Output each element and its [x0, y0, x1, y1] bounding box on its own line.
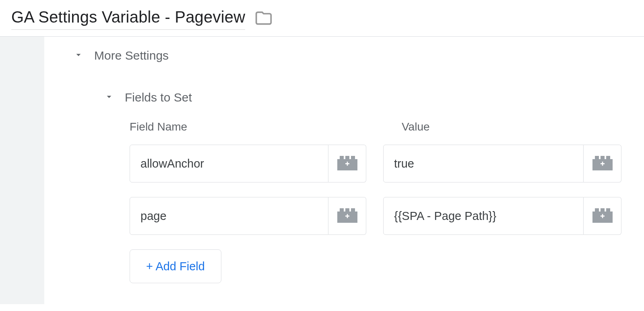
- column-field-name: Field Name: [130, 120, 402, 133]
- content-panel: More Settings Fields to Set Field Name V…: [44, 37, 644, 304]
- more-settings-header[interactable]: More Settings: [73, 49, 644, 62]
- variable-brick-icon: [592, 156, 613, 172]
- chevron-down-icon: [104, 91, 114, 104]
- svg-rect-13: [345, 208, 349, 211]
- svg-rect-23: [602, 214, 603, 218]
- svg-rect-20: [606, 208, 610, 211]
- field-value-input[interactable]: [383, 145, 584, 182]
- title-bar: GA Settings Variable - Pageview: [0, 0, 644, 36]
- field-row: [130, 145, 644, 182]
- variable-brick-icon: [337, 208, 357, 224]
- field-value-input[interactable]: [383, 197, 584, 235]
- page-title[interactable]: GA Settings Variable - Pageview: [11, 8, 245, 30]
- svg-rect-8: [606, 156, 610, 159]
- field-name-input[interactable]: [130, 145, 328, 182]
- field-rows: [130, 145, 644, 235]
- field-name-group: [130, 145, 366, 182]
- content-layout: More Settings Fields to Set Field Name V…: [0, 37, 644, 304]
- svg-rect-7: [601, 156, 605, 159]
- insert-variable-button[interactable]: [584, 145, 621, 182]
- svg-rect-0: [340, 156, 344, 159]
- more-settings-label: More Settings: [94, 49, 169, 62]
- field-name-group: [130, 197, 366, 235]
- fields-column-headers: Field Name Value: [130, 120, 644, 133]
- svg-rect-11: [602, 162, 603, 166]
- field-row: [130, 197, 644, 235]
- fields-to-set-header[interactable]: Fields to Set: [104, 91, 644, 104]
- svg-rect-19: [601, 208, 605, 211]
- folder-icon[interactable]: [255, 9, 272, 29]
- chevron-down-icon: [73, 50, 84, 62]
- variable-brick-icon: [337, 156, 357, 172]
- left-rail: [0, 37, 44, 304]
- svg-rect-14: [351, 208, 355, 211]
- add-field-button[interactable]: + Add Field: [130, 249, 221, 283]
- svg-rect-5: [347, 162, 348, 166]
- column-value: Value: [402, 120, 563, 133]
- svg-rect-12: [340, 208, 344, 211]
- field-name-input[interactable]: [130, 197, 328, 235]
- svg-rect-17: [347, 214, 348, 218]
- insert-variable-button[interactable]: [328, 197, 366, 235]
- svg-rect-6: [595, 156, 599, 159]
- fields-to-set-label: Fields to Set: [125, 91, 192, 104]
- insert-variable-button[interactable]: [584, 197, 621, 235]
- svg-rect-2: [351, 156, 355, 159]
- svg-rect-18: [595, 208, 599, 211]
- field-value-group: [383, 197, 621, 235]
- insert-variable-button[interactable]: [328, 145, 366, 182]
- field-value-group: [383, 145, 621, 182]
- variable-brick-icon: [592, 208, 613, 224]
- svg-rect-1: [345, 156, 349, 159]
